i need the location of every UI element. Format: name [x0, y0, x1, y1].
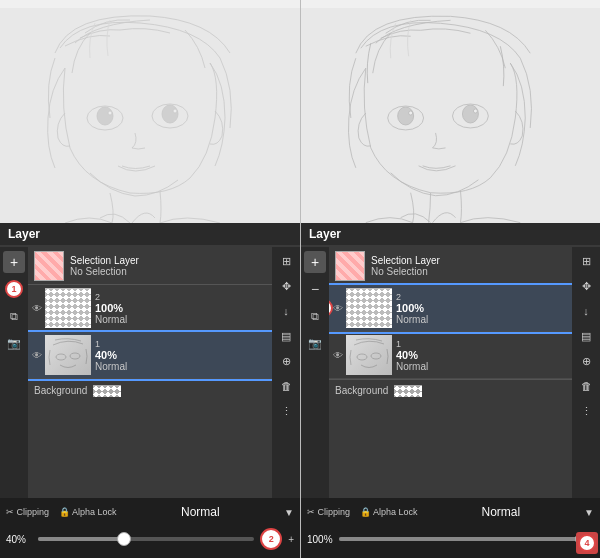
- annotation-4-btn[interactable]: 4: [576, 532, 598, 554]
- canvas-right: [301, 8, 600, 223]
- layer2-opacity-right: 100%: [396, 302, 568, 314]
- bg-checker-right: [394, 385, 422, 397]
- canvas-left: [0, 8, 300, 223]
- chevron-down-right[interactable]: ▼: [584, 507, 594, 518]
- info-layer2-left: 2 100% Normal: [95, 292, 268, 325]
- svg-point-5: [173, 109, 177, 113]
- camera-button-right[interactable]: 📷: [304, 332, 326, 354]
- layer1-number-right: 1: [396, 339, 568, 349]
- sub-layer-button-right[interactable]: −: [304, 278, 326, 300]
- opacity-fill-right: [339, 537, 582, 541]
- layers-body-left: Selection Layer No Selection 👁 2 100% No…: [28, 247, 272, 498]
- layer1-opacity-right: 40%: [396, 349, 568, 361]
- layer-section-right: Layer + − ⧉ 📷 ⊞ ✥ ↓ ▤ ⊕ 🗑 ⋮ Selection La…: [301, 223, 600, 558]
- svg-point-7: [70, 353, 80, 359]
- layer1-opacity-left: 40%: [95, 349, 268, 361]
- svg-point-14: [357, 354, 367, 360]
- transform-icon-right[interactable]: ✥: [576, 276, 596, 296]
- layer2-number-right: 2: [396, 292, 568, 302]
- opacity-slider-right[interactable]: [339, 537, 582, 541]
- layer-1-left[interactable]: 👁 1: [28, 332, 272, 379]
- toolbar-top-left: ✂ Clipping 🔒 Alpha Lock Normal ▼: [0, 498, 300, 526]
- thumb-layer2-left: [45, 288, 91, 328]
- opacity-fill-left: [38, 537, 124, 541]
- layer1-mode-left: Normal: [95, 361, 268, 372]
- layer2-mode-right: Normal: [396, 314, 568, 325]
- annotation-4-circle: 4: [578, 534, 596, 552]
- info-layer1-left: 1 40% Normal: [95, 339, 268, 372]
- clipping-label-left[interactable]: ✂ Clipping: [6, 507, 49, 517]
- grid-icon-right[interactable]: ⊞: [576, 251, 596, 271]
- eye-icon-layer1-left[interactable]: 👁: [32, 350, 42, 361]
- bottom-toolbar-left: ✂ Clipping 🔒 Alpha Lock Normal ▼ 40% 2 +: [0, 498, 300, 558]
- layer-1-right[interactable]: 👁 1: [329, 332, 572, 379]
- eye-icon-layer2-left[interactable]: 👁: [32, 303, 42, 314]
- layers-body-right: Selection Layer No Selection 3 👁 2 100% …: [329, 247, 572, 498]
- left-panel: Layer + 1 ⧉ 📷 ⊞ ✥ ↓ ▤ ⊕ 🗑 ⋮: [0, 0, 300, 558]
- layer2-opacity-left: 100%: [95, 302, 268, 314]
- layer-header-text-left: Layer: [8, 227, 40, 241]
- alpha-lock-label-right[interactable]: 🔒 Alpha Lock: [360, 507, 418, 517]
- svg-point-6: [56, 354, 66, 360]
- opacity-slider-left[interactable]: [38, 537, 254, 541]
- svg-point-2: [108, 111, 112, 115]
- selection-layer-left: Selection Layer No Selection: [28, 247, 272, 285]
- more-icon-right[interactable]: ⋮: [576, 401, 596, 421]
- layer-section-left: Layer + 1 ⧉ 📷 ⊞ ✥ ↓ ▤ ⊕ 🗑 ⋮: [0, 223, 300, 558]
- layer-copy-button-right[interactable]: ⧉: [304, 305, 326, 327]
- layers-icon-left[interactable]: ▤: [276, 326, 296, 346]
- merge-icon-right[interactable]: ⊕: [576, 351, 596, 371]
- svg-point-12: [462, 105, 478, 123]
- more-icon-left[interactable]: ⋮: [276, 401, 296, 421]
- trash-icon-right[interactable]: 🗑: [576, 376, 596, 396]
- selection-layer-text-right: Selection Layer: [371, 255, 566, 266]
- add-layer-button[interactable]: +: [3, 251, 25, 273]
- chevron-down-left[interactable]: ▼: [284, 507, 294, 518]
- grid-icon-left[interactable]: ⊞: [276, 251, 296, 271]
- layer-2-right[interactable]: 3 👁 2 100% Normal: [329, 285, 572, 332]
- svg-point-9: [398, 107, 414, 125]
- svg-point-4: [162, 105, 178, 123]
- toolbar-bottom-right: 100% + 4: [301, 526, 600, 552]
- merge-icon-left[interactable]: ⊕: [276, 351, 296, 371]
- background-layer-right: Background: [329, 379, 572, 401]
- right-icons-right: ⊞ ✥ ↓ ▤ ⊕ 🗑 ⋮: [572, 247, 600, 498]
- add-layer-button-right[interactable]: +: [304, 251, 326, 273]
- background-layer-left: Background: [28, 379, 272, 401]
- normal-label-right[interactable]: Normal: [422, 505, 581, 519]
- info-layer2-right: 2 100% Normal: [396, 292, 568, 325]
- selection-checker-right: [335, 251, 365, 281]
- layer-header-left: Layer: [0, 223, 300, 245]
- clipping-label-right[interactable]: ✂ Clipping: [307, 507, 350, 517]
- top-strip-left: [0, 0, 300, 8]
- camera-button-left[interactable]: 📷: [3, 332, 25, 354]
- layer-2-left[interactable]: 👁 2 100% Normal: [28, 285, 272, 332]
- layer-copy-button[interactable]: ⧉: [3, 305, 25, 327]
- info-layer1-right: 1 40% Normal: [396, 339, 568, 372]
- svg-point-13: [473, 109, 477, 113]
- eye-icon-layer1-right[interactable]: 👁: [333, 350, 343, 361]
- normal-label-left[interactable]: Normal: [121, 505, 281, 519]
- alpha-lock-label-left[interactable]: 🔒 Alpha Lock: [59, 507, 117, 517]
- transform-icon-left[interactable]: ✥: [276, 276, 296, 296]
- layer1-mode-right: Normal: [396, 361, 568, 372]
- annotation-2-circle[interactable]: 2: [260, 528, 282, 550]
- layer2-number-left: 2: [95, 292, 268, 302]
- right-icons-left: ⊞ ✥ ↓ ▤ ⊕ 🗑 ⋮: [272, 247, 300, 498]
- left-actions-right: + − ⧉ 📷: [301, 247, 329, 498]
- arrow-down-icon-left[interactable]: ↓: [276, 301, 296, 321]
- no-selection-text-right: No Selection: [371, 266, 566, 277]
- top-strip-right: [301, 0, 600, 8]
- trash-icon-left[interactable]: 🗑: [276, 376, 296, 396]
- selection-info-right: Selection Layer No Selection: [371, 255, 566, 277]
- opacity-thumb-left[interactable]: [117, 532, 131, 546]
- plus-opacity-left[interactable]: +: [288, 534, 294, 545]
- selection-layer-text-left: Selection Layer: [70, 255, 266, 266]
- svg-point-15: [371, 353, 381, 359]
- svg-point-10: [409, 111, 413, 115]
- thumb-layer1-right: [346, 335, 392, 375]
- eye-icon-layer2-right[interactable]: 👁: [333, 303, 343, 314]
- arrow-down-icon-right[interactable]: ↓: [576, 301, 596, 321]
- selection-layer-right: Selection Layer No Selection: [329, 247, 572, 285]
- layers-icon-right[interactable]: ▤: [576, 326, 596, 346]
